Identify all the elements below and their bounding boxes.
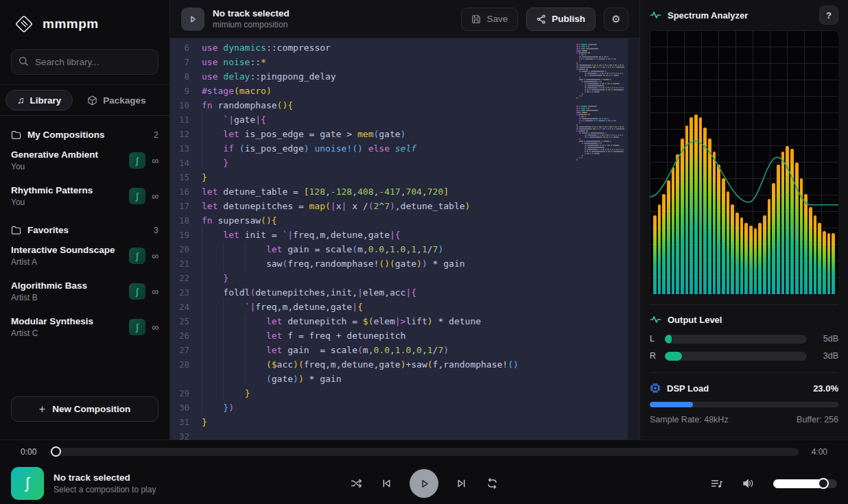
gear-icon: ⚙ [611, 13, 620, 25]
seek-bar[interactable] [49, 448, 799, 456]
sidebar-sections: My Compositions2Generative AmbientYou∫∞R… [0, 116, 169, 396]
section-count: 2 [154, 130, 158, 140]
spectrum-title: Spectrum Analyzer [668, 10, 748, 21]
editor-scrollbar[interactable] [628, 38, 639, 440]
code-line: 28 ($acc)(freq,m,detune,gate)+saw(f,rand… [170, 357, 639, 372]
app-logo-icon [14, 14, 34, 34]
item-title: Algorithmic Bass [11, 280, 129, 291]
sidebar: mmmpm ♫ Library [0, 0, 170, 440]
integral-icon: ∫ [25, 475, 30, 492]
channel-left-value: 5dB [814, 334, 838, 344]
code-line: 13 if (is_pos_edge) unoise!() else self [170, 141, 639, 156]
seek-handle[interactable] [51, 446, 61, 457]
tab-library[interactable]: ♫ Library [5, 90, 73, 110]
app-window: mmmpm ♫ Library [0, 0, 848, 504]
dsp-load-title: DSP Load [667, 383, 709, 394]
app-title: mmmpm [43, 16, 99, 32]
mimium-file-icon: ∫ [129, 188, 145, 204]
code-line: 26 let f = freq + detunepitch [170, 328, 639, 343]
code-line: 32 [170, 429, 639, 440]
code-line: 30 }) [170, 400, 639, 415]
waveform-icon [650, 10, 661, 21]
code-line: 23 foldl(detunepitches,init,|elem,acc|{ [170, 285, 639, 300]
tab-packages-label: Packages [103, 95, 145, 106]
item-title: Interactive Soundscape [11, 245, 129, 255]
buffer-label: Buffer: 256 [797, 415, 838, 424]
item-title: Rhythmic Patterns [11, 185, 129, 195]
now-playing-thumbnail: ∫ [11, 467, 44, 500]
mimium-file-icon: ∫ [129, 248, 145, 264]
shuffle-button[interactable] [349, 477, 363, 490]
current-time: 0:00 [21, 447, 41, 457]
code-line: 14 } [170, 156, 639, 170]
folder-icon [11, 226, 21, 235]
folder-icon [11, 130, 21, 139]
item-subtitle: Artist C [11, 328, 129, 338]
code-line: 19 let init = `|freq,m,detune,gate|{ [170, 228, 639, 242]
list-item[interactable]: Interactive SoundscapeArtist A∫∞ [11, 238, 158, 274]
code-line: 11 `|gate|{ [170, 112, 639, 127]
settings-button[interactable]: ⚙ [604, 8, 628, 31]
infinity-icon: ∞ [152, 322, 158, 333]
search-input[interactable] [11, 49, 158, 75]
code-line: 25 let detunepitch = $(elem|>lift) * det… [170, 314, 639, 328]
infinity-icon: ∞ [152, 286, 158, 297]
next-button[interactable] [455, 477, 469, 490]
code-line: 22 } [170, 271, 639, 285]
now-playing-subtitle: Select a composition to play [54, 485, 156, 494]
volume-icon[interactable] [742, 477, 755, 490]
section-header[interactable]: Favorites3 [11, 225, 158, 235]
queue-button[interactable] [710, 477, 724, 490]
code-line: 16let detune_table = [128,-128,408,-417,… [170, 184, 639, 199]
code-line: 6use dynamics::compressor [170, 40, 639, 55]
code-line: 10fn randomphase(){ [170, 98, 639, 112]
code-line: 27 let gain = scale(m,0.0,1.0,0,1/7) [170, 343, 639, 357]
play-button[interactable] [410, 469, 438, 498]
tab-packages[interactable]: Packages [75, 91, 157, 110]
editor-track-title: No track selected [213, 8, 453, 19]
section-header[interactable]: My Compositions2 [11, 130, 158, 140]
section-title: My Compositions [27, 130, 148, 140]
dsp-load-value: 23.0% [813, 383, 838, 394]
section-title: Favorites [27, 225, 148, 235]
player-bar: 0:00 4:00 ∫ No track selected Select a c… [0, 440, 848, 504]
previous-button[interactable] [379, 477, 393, 490]
mimium-file-icon: ∫ [129, 319, 145, 335]
tab-library-label: Library [30, 95, 62, 106]
editor-pane: No track selected mimium composition Sav… [170, 0, 639, 440]
code-editor[interactable]: 6use dynamics::compressor7use noise::*8u… [170, 38, 639, 440]
list-item[interactable]: Algorithmic BassArtist B∫∞ [11, 274, 158, 309]
package-icon [87, 95, 97, 106]
track-play-thumbnail[interactable] [181, 8, 204, 31]
new-composition-button[interactable]: + New Composition [11, 396, 158, 422]
total-time: 4:00 [807, 447, 827, 457]
code-lines: 6use dynamics::compressor7use noise::*8u… [170, 40, 639, 440]
list-item[interactable]: Rhythmic PatternsYou∫∞ [11, 178, 158, 214]
item-subtitle: You [11, 197, 129, 207]
publish-button[interactable]: Publish [526, 8, 596, 31]
code-line: 24 `|freq,m,detune,gate|{ [170, 300, 639, 314]
transport-controls [349, 469, 499, 498]
level-meter-right [665, 352, 807, 361]
mimium-file-icon: ∫ [129, 152, 145, 169]
section-count: 3 [154, 226, 158, 235]
code-minimap[interactable] [576, 44, 624, 163]
list-item[interactable]: Modular SynthesisArtist C∫∞ [11, 309, 158, 345]
list-item[interactable]: Generative AmbientYou∫∞ [11, 143, 158, 178]
item-title: Modular Synthesis [11, 316, 129, 326]
item-subtitle: You [11, 162, 129, 171]
repeat-button[interactable] [485, 477, 499, 490]
plus-icon: + [39, 403, 45, 416]
play-icon [419, 478, 430, 490]
help-button[interactable]: ? [819, 5, 838, 25]
save-button[interactable]: Save [461, 8, 518, 31]
dsp-load-bar [650, 402, 838, 407]
code-line: 20 let gain = scale(m,0.0,1.0,1,1/7) [170, 242, 639, 256]
analysis-panel: Spectrum Analyzer ? Output Level L 5 [639, 0, 848, 440]
infinity-icon: ∞ [152, 155, 158, 166]
volume-knob[interactable] [818, 478, 829, 489]
share-icon [537, 14, 546, 24]
volume-slider[interactable] [773, 479, 837, 488]
now-playing-title: No track selected [54, 472, 156, 483]
output-level-title: Output Level [668, 315, 722, 325]
